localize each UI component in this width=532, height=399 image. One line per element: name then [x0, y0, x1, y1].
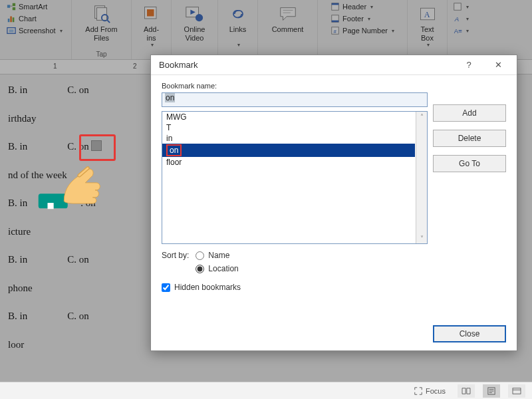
bookmark-name-input[interactable]: on [162, 92, 428, 107]
chevron-down-icon: ▾ [368, 16, 370, 22]
page-number-label: Page Number [342, 27, 388, 35]
chevron-down-icon: ▾ [466, 4, 469, 10]
svg-rect-0 [7, 5, 10, 7]
link-icon [229, 5, 247, 23]
list-item[interactable]: floor [162, 157, 415, 168]
svg-text:A≡: A≡ [454, 27, 462, 35]
svg-rect-19 [332, 21, 339, 23]
header-button[interactable]: Header▾ [329, 1, 374, 12]
chevron-down-icon: ▾ [151, 42, 154, 48]
list-item[interactable]: in [162, 133, 415, 144]
sort-by-label: Sort by: [162, 251, 189, 260]
scroll-up-icon[interactable]: ˄ [420, 113, 424, 120]
sort-location-label: Location [208, 264, 238, 273]
svg-rect-28 [48, 203, 54, 209]
svg-text:#: # [333, 29, 336, 35]
scrollbar[interactable]: ˄ ˅ [416, 112, 427, 243]
ruler-tick-2: 2 [133, 63, 137, 70]
chevron-down-icon: ▾ [427, 42, 430, 48]
dropcap-button[interactable]: A≡▾ [452, 25, 470, 36]
header-icon [331, 2, 340, 11]
doc-text: irthday [8, 111, 37, 126]
comment-button[interactable]: Comment [268, 1, 308, 35]
chevron-down-icon: ▾ [60, 28, 63, 34]
footer-label: Footer [342, 15, 364, 23]
bookmark-list[interactable]: MWG T in on floor ˄ ˅ [162, 111, 428, 244]
doc-text: loor [8, 337, 24, 352]
web-layout-view-button[interactable] [508, 384, 525, 398]
page-number-icon: # [331, 26, 340, 35]
read-mode-view-button[interactable] [458, 384, 475, 398]
dialog-close-button[interactable]: ✕ [483, 56, 513, 74]
pointer-hand-icon [37, 145, 110, 218]
textbox-label: Text Box [420, 25, 434, 42]
textbox-icon: A [418, 5, 437, 23]
statusbar: Focus [0, 382, 532, 399]
chevron-down-icon: ▾ [370, 4, 373, 10]
footer-button[interactable]: Footer▾ [329, 13, 372, 24]
addins-button[interactable]: Add- ins▾ [138, 1, 165, 49]
svg-rect-12 [147, 9, 154, 17]
chart-label: Chart [19, 15, 37, 23]
smartart-button[interactable]: SmartArt [5, 1, 49, 12]
doc-text: B. in [8, 196, 27, 211]
online-video-label: Online Video [184, 25, 205, 42]
svg-rect-2 [13, 7, 15, 10]
focus-mode-button[interactable]: Focus [410, 385, 450, 397]
dialog-titlebar[interactable]: Bookmark ? ✕ [151, 55, 517, 75]
svg-point-15 [196, 14, 203, 21]
web-layout-icon [512, 387, 521, 395]
comment-icon [278, 4, 298, 24]
svg-rect-24 [454, 3, 462, 11]
svg-rect-3 [8, 19, 10, 22]
scroll-down-icon[interactable]: ˅ [420, 235, 424, 242]
add-button[interactable]: Add [433, 104, 506, 122]
doc-text: B. in [8, 309, 27, 324]
chart-button[interactable]: Chart [5, 13, 38, 24]
links-button[interactable]: Links▾ [225, 1, 251, 49]
textbox-button[interactable]: A Text Box▾ [414, 1, 441, 49]
doc-text: C. on [67, 82, 89, 98]
add-from-files-button[interactable]: Add From Files [81, 1, 121, 43]
links-label: Links [229, 25, 247, 34]
dialog-title: Bookmark [159, 60, 454, 70]
doc-text: C. on [67, 309, 89, 324]
screenshot-icon [7, 26, 16, 35]
list-item[interactable]: T [162, 122, 415, 133]
list-item[interactable]: on [162, 144, 415, 157]
print-layout-icon [487, 387, 496, 395]
dialog-help-button[interactable]: ? [454, 56, 483, 74]
list-item[interactable]: MWG [162, 112, 415, 122]
hidden-bookmarks-checkbox[interactable]: Hidden bookmarks [162, 283, 506, 292]
doc-text: B. in [8, 252, 27, 267]
parts-icon [453, 2, 462, 11]
print-layout-view-button[interactable] [483, 384, 500, 398]
page-number-button[interactable]: # Page Number▾ [329, 25, 396, 36]
doc-text: icture [8, 224, 31, 239]
chart-icon [7, 14, 16, 23]
delete-button[interactable]: Delete [433, 130, 506, 147]
header-label: Header [342, 3, 366, 11]
chevron-down-icon: ▾ [466, 28, 469, 34]
bookmark-name-label: Bookmark name: [162, 82, 506, 90]
sort-location-radio[interactable]: Location [196, 264, 238, 273]
add-from-files-label: Add From Files [85, 25, 117, 42]
addins-label: Add- ins [144, 25, 159, 42]
chevron-down-icon: ▾ [237, 42, 240, 48]
smartart-label: SmartArt [19, 3, 47, 11]
svg-rect-4 [10, 17, 12, 23]
read-icon [462, 387, 471, 395]
wordart-button[interactable]: A▾ [452, 13, 470, 24]
footer-icon [331, 14, 340, 23]
quick-parts-button[interactable]: ▾ [452, 1, 470, 12]
sort-name-radio[interactable]: Name [196, 251, 238, 260]
comment-label: Comment [272, 25, 304, 34]
online-video-button[interactable]: Online Video [180, 1, 209, 43]
doc-text: phone [8, 281, 33, 296]
video-globe-icon [184, 4, 204, 24]
screenshot-button[interactable]: Screenshot ▾ [5, 25, 64, 36]
addins-icon [142, 5, 161, 23]
close-button[interactable]: Close [433, 325, 506, 342]
goto-button[interactable]: Go To [433, 155, 506, 172]
svg-rect-17 [332, 3, 339, 5]
